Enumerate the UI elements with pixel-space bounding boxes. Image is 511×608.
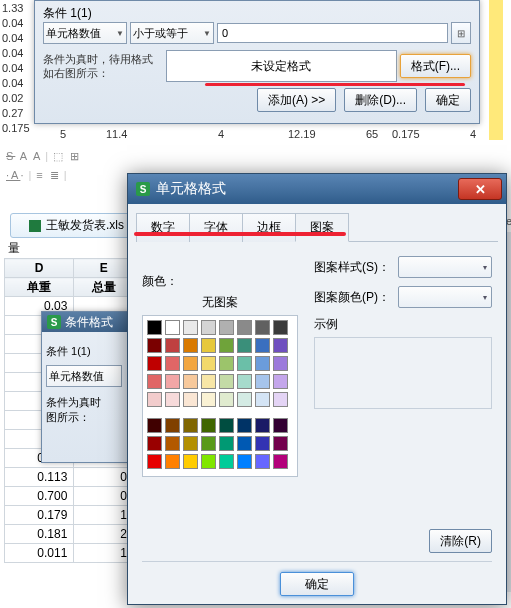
- color-swatch[interactable]: [219, 418, 234, 433]
- color-swatch[interactable]: [165, 338, 180, 353]
- color-swatch[interactable]: [255, 418, 270, 433]
- color-swatch[interactable]: [237, 356, 252, 371]
- color-swatch[interactable]: [165, 374, 180, 389]
- cell[interactable]: 0.113: [5, 468, 74, 487]
- ok-button[interactable]: 确定: [425, 88, 471, 112]
- color-swatch[interactable]: [219, 436, 234, 451]
- color-swatch[interactable]: [273, 338, 288, 353]
- color-swatch[interactable]: [255, 392, 270, 407]
- cell[interactable]: 0.179: [5, 506, 74, 525]
- color-swatch[interactable]: [273, 356, 288, 371]
- color-swatch[interactable]: [183, 392, 198, 407]
- color-swatch[interactable]: [165, 320, 180, 335]
- color-swatch[interactable]: [237, 320, 252, 335]
- color-swatch[interactable]: [219, 454, 234, 469]
- col-header-total[interactable]: 总量: [74, 278, 134, 297]
- cell[interactable]: 0.700: [5, 487, 74, 506]
- color-swatch[interactable]: [183, 320, 198, 335]
- color-swatch[interactable]: [219, 392, 234, 407]
- color-swatch[interactable]: [183, 374, 198, 389]
- color-swatch[interactable]: [255, 356, 270, 371]
- col-header-d[interactable]: D: [5, 259, 74, 278]
- format-button[interactable]: 格式(F)...: [400, 54, 471, 78]
- close-button[interactable]: ✕: [458, 178, 502, 200]
- color-swatch[interactable]: [273, 374, 288, 389]
- color-swatch[interactable]: [273, 418, 288, 433]
- color-swatch[interactable]: [219, 338, 234, 353]
- ok-button[interactable]: 确定: [280, 572, 354, 596]
- cell[interactable]: 0.181: [5, 525, 74, 544]
- color-swatch[interactable]: [237, 338, 252, 353]
- color-swatch[interactable]: [255, 338, 270, 353]
- color-swatch[interactable]: [273, 320, 288, 335]
- color-swatch[interactable]: [201, 418, 216, 433]
- cell[interactable]: 0: [74, 468, 134, 487]
- color-swatch[interactable]: [255, 436, 270, 451]
- color-swatch[interactable]: [147, 392, 162, 407]
- color-swatch[interactable]: [255, 454, 270, 469]
- color-swatch[interactable]: [237, 436, 252, 451]
- color-swatch[interactable]: [201, 356, 216, 371]
- cell[interactable]: 0: [74, 487, 134, 506]
- color-swatch[interactable]: [147, 356, 162, 371]
- tab-字体[interactable]: 字体: [189, 213, 243, 242]
- color-swatch[interactable]: [237, 418, 252, 433]
- color-swatch[interactable]: [147, 338, 162, 353]
- color-swatch[interactable]: [273, 454, 288, 469]
- dialog2-titlebar[interactable]: S 条件格式: [42, 312, 133, 332]
- color-swatch[interactable]: [183, 454, 198, 469]
- tab-图案[interactable]: 图案: [295, 213, 349, 242]
- color-swatch[interactable]: [201, 436, 216, 451]
- color-swatch[interactable]: [201, 392, 216, 407]
- no-pattern-label[interactable]: 无图案: [142, 294, 298, 311]
- cell[interactable]: 0.011: [5, 544, 74, 563]
- color-swatch[interactable]: [273, 436, 288, 451]
- color-swatch[interactable]: [201, 320, 216, 335]
- color-swatch[interactable]: [165, 454, 180, 469]
- color-swatch[interactable]: [201, 338, 216, 353]
- color-swatch[interactable]: [165, 392, 180, 407]
- color-swatch[interactable]: [165, 418, 180, 433]
- color-swatch[interactable]: [165, 356, 180, 371]
- text-style-icon[interactable]: S: [6, 150, 15, 162]
- underline-icon[interactable]: ·A: [6, 169, 20, 181]
- cell[interactable]: 2: [74, 525, 134, 544]
- color-swatch[interactable]: [201, 454, 216, 469]
- color-swatch[interactable]: [237, 392, 252, 407]
- color-swatch[interactable]: [147, 320, 162, 335]
- color-swatch[interactable]: [201, 374, 216, 389]
- col-header-e[interactable]: E: [74, 259, 134, 278]
- pattern-style-dropdown[interactable]: ▾: [398, 256, 492, 278]
- tab-边框[interactable]: 边框: [242, 213, 296, 242]
- color-swatch[interactable]: [255, 374, 270, 389]
- color-swatch[interactable]: [147, 418, 162, 433]
- color-swatch[interactable]: [219, 356, 234, 371]
- delete-button[interactable]: 删除(D)...: [344, 88, 417, 112]
- color-swatch[interactable]: [165, 436, 180, 451]
- color-swatch[interactable]: [255, 320, 270, 335]
- value-input[interactable]: [217, 23, 448, 43]
- color-swatch[interactable]: [219, 320, 234, 335]
- cell[interactable]: 1: [74, 544, 134, 563]
- clear-button[interactable]: 清除(R): [429, 529, 492, 553]
- col-header-weight[interactable]: 单重: [5, 278, 74, 297]
- color-swatch[interactable]: [183, 338, 198, 353]
- operator-dropdown[interactable]: 小于或等于▼: [130, 22, 214, 44]
- color-swatch[interactable]: [273, 392, 288, 407]
- color-swatch[interactable]: [147, 436, 162, 451]
- scrollbar[interactable]: [507, 232, 511, 592]
- cell-value-dropdown[interactable]: 单元格数值: [46, 365, 122, 387]
- color-swatch[interactable]: [183, 418, 198, 433]
- cell-value-dropdown[interactable]: 单元格数值▼: [43, 22, 127, 44]
- color-swatch[interactable]: [237, 454, 252, 469]
- color-swatch[interactable]: [219, 374, 234, 389]
- dialog3-titlebar[interactable]: S 单元格格式 ✕: [128, 174, 506, 204]
- color-swatch[interactable]: [183, 356, 198, 371]
- cell[interactable]: 1: [74, 506, 134, 525]
- color-swatch[interactable]: [147, 454, 162, 469]
- color-swatch[interactable]: [183, 436, 198, 451]
- add-button[interactable]: 添加(A) >>: [257, 88, 336, 112]
- color-swatch[interactable]: [147, 374, 162, 389]
- tab-数字[interactable]: 数字: [136, 213, 190, 242]
- color-swatch[interactable]: [237, 374, 252, 389]
